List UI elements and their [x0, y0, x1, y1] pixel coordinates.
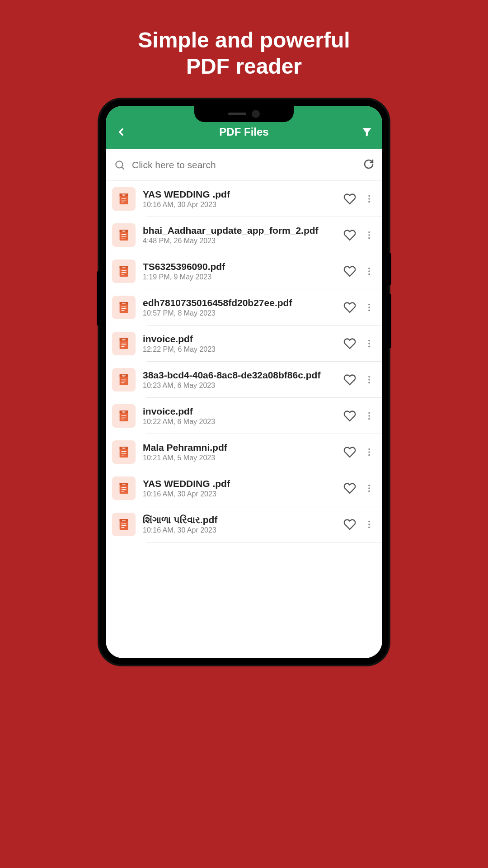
svg-point-37 [368, 310, 370, 311]
notch-camera [252, 110, 260, 118]
favorite-button[interactable] [343, 446, 356, 458]
pdf-file-icon: PDF [117, 300, 131, 315]
more-button[interactable] [364, 447, 374, 457]
more-button[interactable] [364, 266, 374, 276]
more-vertical-icon [364, 266, 374, 276]
file-info: YAS WEDDING .pdf 10:16 AM, 30 Apr 2023 [143, 189, 336, 209]
svg-point-64 [368, 418, 370, 420]
svg-point-9 [368, 198, 370, 200]
more-button[interactable] [364, 339, 374, 349]
svg-point-45 [368, 343, 370, 344]
pdf-file-icon: PDF [117, 192, 131, 206]
file-info: bhai_Aadhaar_update_app_form_2.pdf 4:48 … [143, 225, 336, 245]
favorite-button[interactable] [343, 265, 356, 278]
file-info: 38a3-bcd4-40a6-8ac8-de32a08bf86c.pdf 10:… [143, 370, 336, 390]
refresh-button[interactable] [363, 159, 374, 171]
more-vertical-icon [364, 302, 374, 312]
back-button[interactable] [114, 125, 128, 139]
file-name: 38a3-bcd4-40a6-8ac8-de32a08bf86c.pdf [143, 370, 336, 381]
svg-point-82 [368, 491, 370, 492]
notch-speaker [228, 113, 246, 115]
favorite-button[interactable] [343, 410, 356, 422]
file-icon: PDF [112, 513, 136, 536]
svg-point-72 [368, 451, 370, 453]
favorite-button[interactable] [343, 301, 356, 314]
file-name: YAS WEDDING .pdf [143, 478, 336, 489]
file-icon: PDF [112, 259, 136, 283]
file-name: TS6325396090.pdf [143, 261, 336, 272]
file-actions [343, 193, 374, 205]
file-item[interactable]: PDF invoice.pdf 12:22 PM, 6 May 2023 [106, 326, 382, 362]
svg-text:PDF: PDF [122, 447, 126, 449]
svg-point-46 [368, 346, 370, 348]
favorite-button[interactable] [343, 193, 356, 205]
promo-line2: PDF reader [0, 53, 488, 80]
file-icon: PDF [112, 368, 136, 392]
svg-point-44 [368, 340, 370, 342]
svg-point-18 [368, 234, 370, 236]
svg-point-81 [368, 487, 370, 489]
pdf-file-icon: PDF [117, 481, 131, 495]
file-item[interactable]: PDF TS6325396090.pdf 1:19 PM, 9 May 2023 [106, 253, 382, 289]
more-vertical-icon [364, 339, 374, 349]
file-actions [343, 373, 374, 386]
pdf-file-icon: PDF [117, 373, 131, 387]
refresh-icon [363, 159, 374, 170]
file-item[interactable]: PDF bhai_Aadhaar_update_app_form_2.pdf 4… [106, 217, 382, 253]
notch [194, 106, 294, 122]
file-date: 4:48 PM, 26 May 2023 [143, 237, 336, 245]
file-item[interactable]: PDF 38a3-bcd4-40a6-8ac8-de32a08bf86c.pdf… [106, 362, 382, 398]
search-input[interactable] [132, 160, 357, 170]
promo-title: Simple and powerful PDF reader [0, 0, 488, 79]
file-info: invoice.pdf 10:22 AM, 6 May 2023 [143, 406, 336, 426]
side-button [389, 294, 391, 348]
more-button[interactable] [364, 483, 374, 493]
file-date: 10:16 AM, 30 Apr 2023 [143, 490, 336, 498]
file-name: bhai_Aadhaar_update_app_form_2.pdf [143, 225, 336, 236]
file-name: Mala Pehramni.pdf [143, 442, 336, 453]
favorite-button[interactable] [343, 373, 356, 386]
file-name: edh7810735016458fd20b27ee.pdf [143, 297, 336, 308]
file-item[interactable]: PDF edh7810735016458fd20b27ee.pdf 10:57 … [106, 289, 382, 326]
more-button[interactable] [364, 375, 374, 385]
file-name: invoice.pdf [143, 406, 336, 417]
file-item[interactable]: PDF invoice.pdf 10:22 AM, 6 May 2023 [106, 398, 382, 434]
pdf-file-icon: PDF [117, 228, 131, 242]
favorite-button[interactable] [343, 337, 356, 350]
file-list[interactable]: PDF YAS WEDDING .pdf 10:16 AM, 30 Apr 20… [106, 181, 382, 542]
file-name: YAS WEDDING .pdf [143, 189, 336, 200]
search-bar [106, 149, 382, 181]
more-button[interactable] [364, 194, 374, 204]
svg-point-54 [368, 379, 370, 381]
svg-point-8 [368, 195, 370, 197]
file-item[interactable]: PDF YAS WEDDING .pdf 10:16 AM, 30 Apr 20… [106, 470, 382, 506]
svg-point-90 [368, 524, 370, 525]
heart-icon [343, 301, 356, 314]
file-item[interactable]: PDF Mala Pehramni.pdf 10:21 AM, 5 May 20… [106, 434, 382, 470]
file-date: 10:16 AM, 30 Apr 2023 [143, 526, 336, 534]
more-vertical-icon [364, 194, 374, 204]
file-icon: PDF [112, 332, 136, 355]
svg-point-26 [368, 268, 370, 269]
more-button[interactable] [364, 519, 374, 529]
file-item[interactable]: PDF YAS WEDDING .pdf 10:16 AM, 30 Apr 20… [106, 181, 382, 217]
phone-frame: PDF Files PDF YAS WEDDING .pdf 10:16 AM,… [99, 99, 389, 665]
more-vertical-icon [364, 375, 374, 385]
more-button[interactable] [364, 411, 374, 421]
more-button[interactable] [364, 302, 374, 312]
favorite-button[interactable] [343, 482, 356, 495]
file-name: invoice.pdf [143, 334, 336, 344]
file-info: શિંગાળા પરિવાર.pdf 10:16 AM, 30 Apr 2023 [143, 514, 336, 534]
heart-icon [343, 482, 356, 495]
svg-point-73 [368, 454, 370, 456]
file-item[interactable]: PDF શિંગાળા પરિવાર.pdf 10:16 AM, 30 Apr … [106, 506, 382, 542]
file-date: 10:57 PM, 8 May 2023 [143, 309, 336, 317]
svg-text:PDF: PDF [122, 302, 126, 305]
svg-point-62 [368, 412, 370, 414]
favorite-button[interactable] [343, 518, 356, 531]
more-button[interactable] [364, 230, 374, 240]
favorite-button[interactable] [343, 229, 356, 241]
heart-icon [343, 265, 356, 278]
file-actions [343, 265, 374, 278]
filter-button[interactable] [360, 125, 374, 139]
